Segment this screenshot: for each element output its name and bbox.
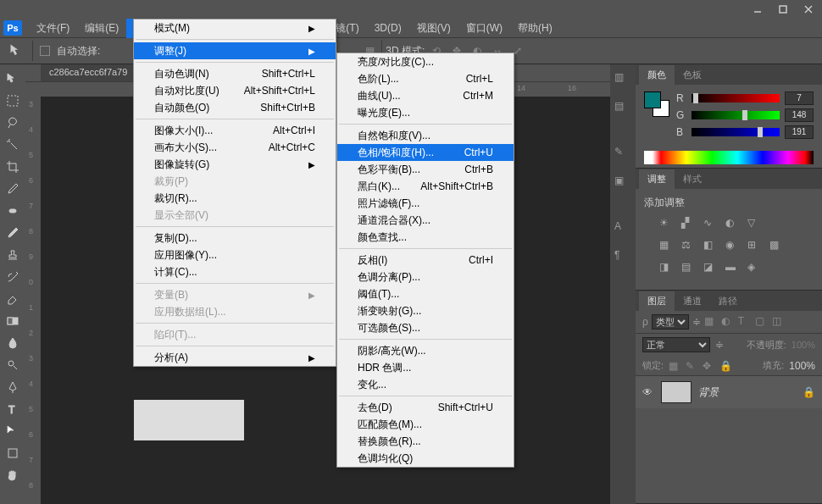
menu-item[interactable]: 自然饱和度(V)... bbox=[337, 127, 514, 144]
gradient-tool[interactable] bbox=[3, 311, 23, 331]
menu-item[interactable]: 变化... bbox=[337, 376, 514, 393]
menu-item[interactable]: 色调均化(Q) bbox=[337, 450, 514, 467]
pen-tool[interactable] bbox=[3, 377, 23, 397]
lasso-tool[interactable] bbox=[3, 113, 23, 133]
menu-3d[interactable]: 3D(D) bbox=[367, 19, 409, 36]
menu-item[interactable]: 色调分离(P)... bbox=[337, 269, 514, 285]
r-value[interactable]: 7 bbox=[785, 91, 814, 105]
maximize-button[interactable] bbox=[771, 2, 795, 17]
menu-item[interactable]: 模式(M)▶ bbox=[134, 19, 336, 36]
lock-pixels-icon[interactable]: ✎ bbox=[686, 360, 697, 372]
menu-item[interactable]: 阈值(T)... bbox=[337, 285, 514, 302]
close-button[interactable] bbox=[797, 2, 820, 17]
filter-type-icon[interactable]: T bbox=[738, 315, 752, 329]
lock-all-icon[interactable]: 🔒 bbox=[719, 360, 731, 372]
g-value[interactable]: 148 bbox=[785, 108, 814, 122]
color-spectrum[interactable] bbox=[644, 151, 814, 164]
brush-tool[interactable] bbox=[3, 223, 23, 243]
marquee-tool[interactable] bbox=[3, 91, 23, 111]
hue-icon[interactable]: ▦ bbox=[659, 239, 675, 254]
tab-adjustments[interactable]: 调整 bbox=[639, 169, 675, 189]
g-slider[interactable] bbox=[691, 111, 780, 119]
minimize-button[interactable] bbox=[746, 2, 769, 17]
menu-item[interactable]: 分析(A)▶ bbox=[134, 349, 336, 366]
auto-select-checkbox[interactable] bbox=[40, 46, 50, 56]
menu-item[interactable]: 调整(J)▶ bbox=[134, 42, 336, 59]
r-slider[interactable] bbox=[691, 94, 780, 102]
visibility-icon[interactable]: 👁 bbox=[642, 386, 654, 398]
tab-swatches[interactable]: 色板 bbox=[675, 65, 710, 85]
menu-item[interactable]: 颜色查找... bbox=[337, 229, 514, 246]
fill-value[interactable]: 100% bbox=[789, 360, 815, 372]
type-tool[interactable]: T bbox=[3, 399, 23, 419]
menu-item[interactable]: 反相(I)Ctrl+I bbox=[337, 252, 514, 269]
menu-item[interactable]: 复制(D)... bbox=[134, 230, 336, 246]
history-brush-tool[interactable] bbox=[3, 267, 23, 287]
actions-panel-icon[interactable]: ▤ bbox=[614, 100, 631, 117]
menu-item[interactable]: 通道混合器(X)... bbox=[337, 212, 514, 229]
photo-filter-icon[interactable]: ◉ bbox=[725, 239, 741, 254]
menu-item[interactable]: 色彩平衡(B)...Ctrl+B bbox=[337, 161, 514, 178]
foreground-background-swatch[interactable] bbox=[644, 91, 669, 117]
menu-item[interactable]: 图像旋转(G)▶ bbox=[134, 156, 336, 173]
character-panel-icon[interactable]: A bbox=[614, 220, 631, 237]
blur-tool[interactable] bbox=[3, 333, 23, 353]
filter-adjust-icon[interactable]: ◐ bbox=[721, 315, 735, 329]
filter-shape-icon[interactable]: ▢ bbox=[755, 315, 769, 329]
levels-icon[interactable]: ▞ bbox=[681, 217, 697, 232]
menu-item[interactable]: 照片滤镜(F)... bbox=[337, 195, 514, 212]
eyedropper-tool[interactable] bbox=[3, 179, 23, 199]
menu-item[interactable]: 曲线(U)...Ctrl+M bbox=[337, 87, 514, 104]
menu-item[interactable]: 图像大小(I)...Alt+Ctrl+I bbox=[134, 122, 336, 139]
layer-row-background[interactable]: 👁 背景 🔒 bbox=[636, 376, 822, 408]
menu-item[interactable]: 替换颜色(R)... bbox=[337, 433, 514, 450]
b-slider[interactable] bbox=[691, 128, 780, 136]
stamp-tool[interactable] bbox=[3, 245, 23, 265]
menu-window[interactable]: 窗口(W) bbox=[458, 19, 510, 38]
b-value[interactable]: 191 bbox=[785, 125, 814, 139]
vibrance-icon[interactable]: ▽ bbox=[747, 217, 763, 232]
menu-item[interactable]: 去色(D)Shift+Ctrl+U bbox=[337, 399, 514, 416]
paragraph-panel-icon[interactable]: ¶ bbox=[614, 249, 631, 266]
threshold-icon[interactable]: ◪ bbox=[703, 261, 719, 276]
menu-help[interactable]: 帮助(H) bbox=[510, 19, 560, 38]
menu-file[interactable]: 文件(F) bbox=[29, 19, 77, 38]
exposure-icon[interactable]: ◐ bbox=[725, 217, 741, 232]
lock-trans-icon[interactable]: ▦ bbox=[669, 360, 680, 372]
path-tool[interactable] bbox=[3, 421, 23, 441]
lookup-icon[interactable]: ▩ bbox=[769, 239, 785, 254]
wand-tool[interactable] bbox=[3, 135, 23, 155]
brush-panel-icon[interactable]: ✎ bbox=[614, 146, 631, 163]
gradient-map-icon[interactable]: ▬ bbox=[725, 261, 741, 276]
tab-channels[interactable]: 通道 bbox=[675, 291, 710, 311]
menu-item[interactable]: 应用图像(Y)... bbox=[134, 246, 336, 263]
tab-styles[interactable]: 样式 bbox=[675, 169, 710, 189]
menu-item[interactable]: 可选颜色(S)... bbox=[337, 319, 514, 336]
tab-color[interactable]: 颜色 bbox=[639, 65, 675, 85]
layer-filter-kind[interactable]: 类型 bbox=[652, 314, 689, 330]
menu-item[interactable]: 自动色调(N)Shift+Ctrl+L bbox=[134, 65, 336, 82]
hand-tool[interactable] bbox=[3, 465, 23, 485]
menu-item[interactable]: 曝光度(E)... bbox=[337, 104, 514, 121]
filter-smart-icon[interactable]: ◫ bbox=[772, 315, 786, 329]
balance-icon[interactable]: ⚖ bbox=[681, 239, 697, 254]
tab-paths[interactable]: 路径 bbox=[710, 291, 746, 311]
menu-item[interactable]: 自动对比度(U)Alt+Shift+Ctrl+L bbox=[134, 82, 336, 99]
curves-icon[interactable]: ∿ bbox=[703, 217, 719, 232]
clone-panel-icon[interactable]: ▣ bbox=[614, 174, 631, 191]
menu-item[interactable]: 黑白(K)...Alt+Shift+Ctrl+B bbox=[337, 178, 514, 195]
menu-edit[interactable]: 编辑(E) bbox=[77, 19, 126, 38]
shape-tool[interactable] bbox=[3, 443, 23, 463]
invert-icon[interactable]: ◨ bbox=[659, 261, 675, 276]
crop-tool[interactable] bbox=[3, 157, 23, 177]
bw-icon[interactable]: ◧ bbox=[703, 239, 719, 254]
menu-item[interactable]: 色阶(L)...Ctrl+L bbox=[337, 70, 514, 87]
blend-mode-select[interactable]: 正常 bbox=[642, 337, 710, 352]
channel-mixer-icon[interactable]: ⊞ bbox=[747, 239, 763, 254]
posterize-icon[interactable]: ▤ bbox=[681, 261, 697, 276]
menu-item[interactable]: 计算(C)... bbox=[134, 263, 336, 280]
menu-item[interactable]: 渐变映射(G)... bbox=[337, 302, 514, 319]
filter-pixel-icon[interactable]: ▦ bbox=[704, 315, 718, 329]
menu-view[interactable]: 视图(V) bbox=[409, 19, 458, 38]
menu-item[interactable]: 色相/饱和度(H)...Ctrl+U bbox=[337, 144, 514, 161]
